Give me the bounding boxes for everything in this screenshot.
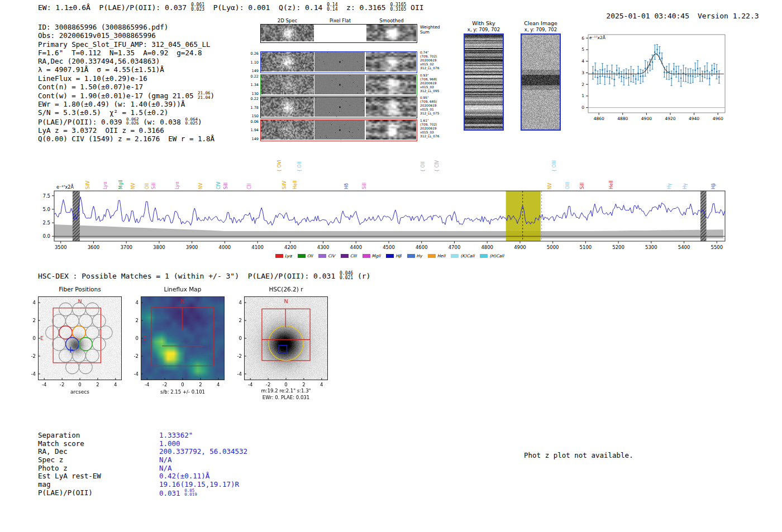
info-line: EWr = 1.80(±0.49) (w: 1.40(±0.39))Å <box>38 100 214 108</box>
stacked-uncertainty: 0.31650.3165 <box>390 3 406 12</box>
text-segment: (r) <box>353 272 370 280</box>
hsc-cutout-overlay: N <box>244 296 328 380</box>
y-tick-label: 5.0 <box>42 207 50 212</box>
plot-frame <box>141 297 225 380</box>
data-point <box>654 51 656 53</box>
text-segment: OII <box>406 3 423 12</box>
fiber-circle <box>79 314 93 328</box>
fiber-circle <box>66 314 79 328</box>
spec2d-exposure-row <box>260 51 417 73</box>
data-point <box>659 52 661 54</box>
legend-item: OII <box>298 253 313 258</box>
flux-unit-label: e⁻¹⁷x2Å <box>56 184 74 190</box>
with-sky-panel: With Sky x, y: 709, 702 <box>458 20 509 131</box>
legend-swatch <box>363 254 370 258</box>
emission-line-label: SiII <box>151 183 156 189</box>
text-segment: 1.000 <box>159 439 180 448</box>
spec2d-column-title: Smoothed <box>366 18 417 23</box>
x-tick-label: -4 <box>39 382 50 387</box>
x-tick-label: 2 <box>195 382 206 387</box>
stacked-uncertainty: 0.0460.021 <box>340 271 353 280</box>
y-tick-label: -4 <box>27 371 36 377</box>
legend-item: HeII <box>428 253 446 258</box>
row-smoothed-image <box>366 97 416 117</box>
data-point <box>690 75 692 77</box>
y-tick-label: 3 <box>581 70 584 75</box>
data-point <box>635 78 637 80</box>
emission-line-label: SiIV <box>85 180 90 189</box>
fiber-circle <box>86 303 99 316</box>
text-segment: 0.42(±0.11)Å <box>159 472 209 480</box>
lower-value: 0.025 <box>185 121 198 126</box>
stacked-uncertainty: 0.140.14 <box>327 3 337 12</box>
with-sky-image <box>464 33 504 131</box>
info-line: LineFlux = 1.10(±0.29)e-16 <box>38 74 214 83</box>
y-tick-label: 4 <box>233 300 242 305</box>
x-tick-label: 4 <box>110 382 121 387</box>
fiber-circle <box>93 338 106 351</box>
match-table-label: Est LyA rest-EW <box>38 472 101 480</box>
legend-label: MgII <box>372 253 381 258</box>
data-point <box>675 71 677 73</box>
text-segment: 19.16(19.15,19.17)R <box>159 480 239 488</box>
y-tick-label: 7.5 <box>42 193 50 199</box>
data-point <box>666 72 667 74</box>
spec2d-exposure-row <box>260 74 417 96</box>
data-point <box>592 72 594 74</box>
data-point <box>640 76 641 78</box>
data-point <box>671 78 673 79</box>
masked-region <box>73 191 80 241</box>
data-point <box>688 75 689 76</box>
emission-line-label: MgII <box>118 180 123 189</box>
data-point <box>607 70 608 72</box>
emission-line-label: CIV <box>216 181 221 189</box>
match-table-label: P(LAE)/P(OII) <box>38 488 93 497</box>
x-tick-label: 2 <box>298 382 309 387</box>
legend-label: Hβ <box>395 253 401 258</box>
legend-label: Lyα <box>285 253 292 258</box>
y-tick-label: 0 <box>581 105 584 110</box>
x-tick-label: 0 <box>280 382 292 387</box>
fiber-circle <box>86 326 99 339</box>
lineflux-map-overlay: NE <box>141 296 225 380</box>
photz-note: Phot z plot not available. <box>524 451 633 459</box>
east-label: E <box>40 335 44 341</box>
text-segment: N/A <box>159 456 172 464</box>
emission-line-label: NV <box>198 183 203 189</box>
emission-line-label: SiIV <box>282 180 287 189</box>
y-tick-label: -4 <box>130 371 139 377</box>
aperture-circle <box>269 326 303 361</box>
legend-swatch <box>451 254 459 258</box>
aperture-rect <box>151 308 214 366</box>
weighted-2d-image <box>261 25 314 41</box>
emission-line-label: Lyα <box>103 181 108 189</box>
legend-swatch <box>298 254 306 258</box>
legend-item: CIV <box>318 253 335 258</box>
emission-line-label: Hδ <box>344 183 349 189</box>
fiber-circle <box>66 338 79 351</box>
hsc-caption-1: m:19.2 re:2.1" s:1.3" <box>244 388 328 394</box>
x-tick-label: 4860 <box>594 116 604 121</box>
match-table-value: N/A <box>159 456 172 464</box>
timestamp: 2025-01-01 03:40:45 <box>606 12 689 20</box>
x-tick-label: 0 <box>74 382 85 387</box>
emission-line-label: CII <box>247 184 252 189</box>
text-segment: Cont(w) = 1.90(±0.01)e-17 (gmag 21.05 <box>38 92 198 100</box>
text-segment: Q(0.00) CIV (1549) z = 2.1676 EW r = 1.8… <box>38 135 214 143</box>
spec2d-column-title: 2D Spec <box>260 18 314 23</box>
emission-line-label: Hβ <box>711 183 716 189</box>
hsc-image-cutout: HSC(26.2) r N m:19.2 re:2.1" s:1.3" EWr:… <box>228 285 349 405</box>
data-point <box>702 75 703 77</box>
text-segment: N/A <box>159 464 172 472</box>
info-line: Obs: 20200619v015_3008865996 <box>38 31 214 40</box>
text-segment: LineFlux = 1.10(±0.29)e-16 <box>38 74 147 83</box>
hsc-title: HSC(26.2) r <box>244 286 328 293</box>
emission-line-label: HeII <box>293 180 298 189</box>
data-point <box>656 49 658 51</box>
y-tick-label: -2 <box>233 353 242 359</box>
legend-swatch <box>407 254 415 258</box>
match-table-value: N/A <box>159 464 172 472</box>
gaussian-fit-curve <box>588 54 724 74</box>
legend-label: HeII <box>437 253 446 258</box>
spec2d-exposure-row <box>260 119 417 141</box>
